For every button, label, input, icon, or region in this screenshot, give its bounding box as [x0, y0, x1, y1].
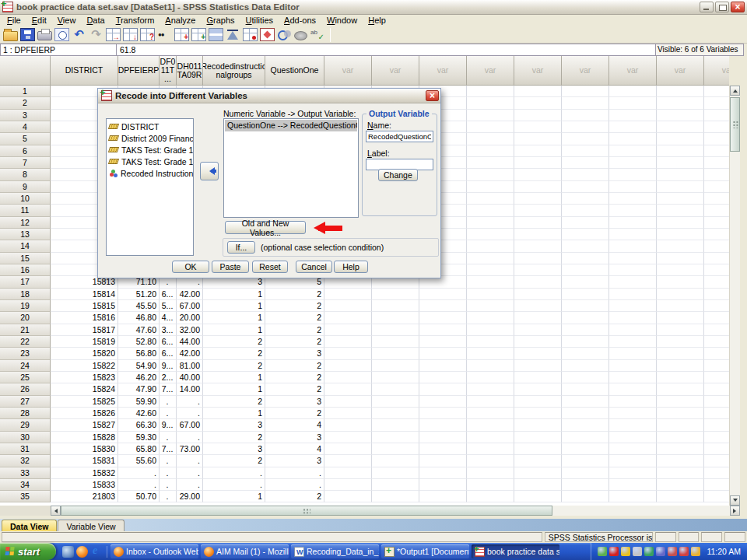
- empty-cell[interactable]: [609, 396, 657, 408]
- column-header-var[interactable]: var: [609, 56, 657, 86]
- empty-cell[interactable]: [324, 289, 372, 300]
- empty-cell[interactable]: [657, 229, 704, 240]
- data-cell[interactable]: 4: [265, 419, 324, 431]
- value-labels-icon[interactable]: [260, 28, 275, 41]
- data-cell[interactable]: 40.00: [177, 372, 203, 383]
- minimize-button[interactable]: [700, 2, 714, 12]
- row-number[interactable]: 10: [0, 193, 51, 205]
- data-cell[interactable]: .: [203, 479, 265, 491]
- data-cell[interactable]: 4...: [160, 312, 177, 324]
- empty-cell[interactable]: [514, 300, 562, 312]
- data-cell[interactable]: 14.00: [177, 383, 203, 395]
- menu-transform[interactable]: Transform: [110, 15, 160, 26]
- empty-cell[interactable]: [704, 300, 729, 312]
- empty-cell[interactable]: [324, 372, 372, 383]
- data-cell[interactable]: 55.60: [118, 455, 160, 467]
- empty-cell[interactable]: [562, 455, 609, 467]
- data-cell[interactable]: 42.00: [177, 289, 203, 300]
- empty-cell[interactable]: [467, 240, 514, 252]
- empty-cell[interactable]: [609, 205, 657, 216]
- row-number[interactable]: 12: [0, 217, 51, 229]
- empty-cell[interactable]: [467, 110, 514, 121]
- empty-cell[interactable]: [562, 181, 609, 193]
- data-cell[interactable]: 59.90: [118, 396, 160, 408]
- column-header-var[interactable]: var: [467, 56, 514, 86]
- empty-cell[interactable]: [657, 86, 704, 97]
- empty-cell[interactable]: [704, 383, 729, 395]
- empty-cell[interactable]: [514, 110, 562, 121]
- empty-cell[interactable]: [514, 264, 562, 276]
- data-cell[interactable]: 3...: [160, 324, 177, 336]
- data-cell[interactable]: 2: [265, 289, 324, 300]
- internet-explorer-icon[interactable]: [90, 546, 102, 558]
- data-cell[interactable]: 1: [203, 312, 265, 324]
- empty-cell[interactable]: [609, 336, 657, 348]
- source-variable-item[interactable]: Recoded Instructional E...: [107, 167, 193, 179]
- empty-cell[interactable]: [372, 491, 419, 502]
- reset-button[interactable]: Reset: [252, 261, 288, 273]
- empty-cell[interactable]: [609, 479, 657, 491]
- empty-cell[interactable]: [609, 443, 657, 455]
- empty-cell[interactable]: [419, 372, 467, 383]
- empty-cell[interactable]: [562, 324, 609, 336]
- data-cell[interactable]: .: [177, 467, 203, 479]
- data-cell[interactable]: 67.00: [177, 419, 203, 431]
- empty-cell[interactable]: [514, 193, 562, 205]
- empty-cell[interactable]: [657, 408, 704, 419]
- data-cell[interactable]: 2: [203, 455, 265, 467]
- source-variable-item[interactable]: TAKS Test: Grade 11 F...: [107, 144, 193, 156]
- empty-cell[interactable]: [562, 419, 609, 431]
- empty-cell[interactable]: [324, 432, 372, 443]
- data-cell[interactable]: 46.20: [118, 372, 160, 383]
- data-cell[interactable]: .: [118, 467, 160, 479]
- empty-cell[interactable]: [657, 145, 704, 157]
- empty-cell[interactable]: [467, 348, 514, 359]
- find-icon[interactable]: [157, 28, 172, 41]
- data-cell[interactable]: 2: [265, 300, 324, 312]
- row-number[interactable]: 23: [0, 348, 51, 359]
- save-file-icon[interactable]: [20, 28, 35, 41]
- data-cell[interactable]: .: [203, 467, 265, 479]
- empty-cell[interactable]: [704, 396, 729, 408]
- empty-cell[interactable]: [657, 217, 704, 229]
- empty-cell[interactable]: [467, 336, 514, 348]
- vertical-scroll-thumb[interactable]: [730, 97, 740, 152]
- cell-reference[interactable]: 1 : DPFEIERP: [0, 44, 117, 56]
- row-number[interactable]: 17: [0, 276, 51, 288]
- scroll-right-arrow[interactable]: [730, 506, 740, 516]
- data-cell[interactable]: 15826: [51, 408, 118, 419]
- menu-graphs[interactable]: Graphs: [201, 15, 240, 26]
- data-cell[interactable]: 15817: [51, 324, 118, 336]
- empty-cell[interactable]: [657, 169, 704, 180]
- empty-cell[interactable]: [419, 455, 467, 467]
- empty-cell[interactable]: [419, 312, 467, 324]
- menu-utilities[interactable]: Utilities: [240, 15, 279, 26]
- data-cell[interactable]: 3: [265, 396, 324, 408]
- data-cell[interactable]: 2: [265, 312, 324, 324]
- data-cell[interactable]: .: [160, 396, 177, 408]
- menu-help[interactable]: Help: [363, 15, 391, 26]
- data-cell[interactable]: 66.30: [118, 419, 160, 431]
- data-cell[interactable]: 9...: [160, 419, 177, 431]
- data-cell[interactable]: 3: [203, 443, 265, 455]
- data-cell[interactable]: 2: [203, 348, 265, 359]
- data-cell[interactable]: 15831: [51, 455, 118, 467]
- dialog-recall-icon[interactable]: [54, 28, 69, 41]
- column-header-DF0[interactable]: DF0 11T ...: [160, 56, 177, 86]
- column-header-var[interactable]: var: [324, 56, 372, 86]
- data-cell[interactable]: 15822: [51, 360, 118, 372]
- empty-cell[interactable]: [372, 467, 419, 479]
- data-cell[interactable]: 1: [203, 289, 265, 300]
- empty-cell[interactable]: [372, 324, 419, 336]
- print-icon[interactable]: [37, 31, 52, 40]
- data-cell[interactable]: 6...: [160, 289, 177, 300]
- restore-button[interactable]: [715, 2, 729, 12]
- data-cell[interactable]: .: [160, 467, 177, 479]
- empty-cell[interactable]: [609, 491, 657, 502]
- old-and-new-values-button[interactable]: Old and New Values...: [225, 221, 306, 234]
- scroll-up-arrow[interactable]: [730, 86, 740, 96]
- empty-cell[interactable]: [704, 419, 729, 431]
- empty-cell[interactable]: [562, 432, 609, 443]
- row-number[interactable]: 34: [0, 479, 51, 491]
- data-cell[interactable]: 1: [203, 383, 265, 395]
